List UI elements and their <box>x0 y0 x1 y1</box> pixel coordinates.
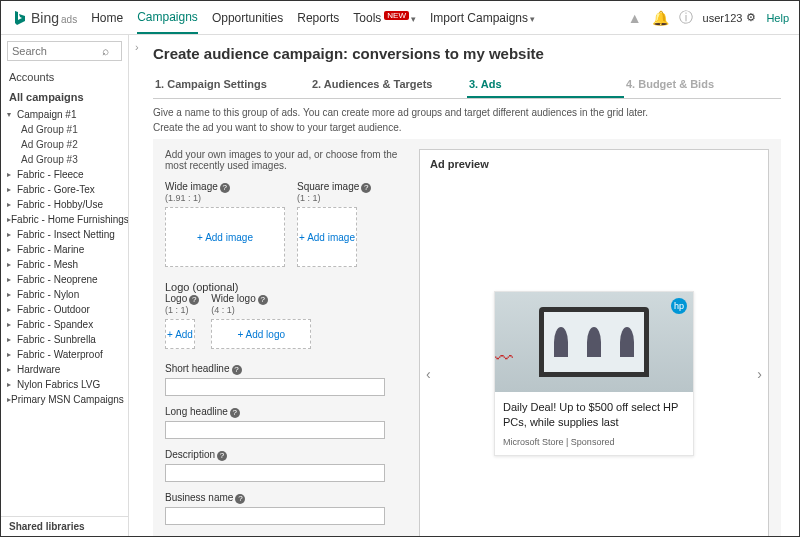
sidebar-item[interactable]: ▸Fabric - Fleece <box>1 167 128 182</box>
short-headline-input[interactable] <box>165 378 385 396</box>
wide-image-label: Wide image <box>165 181 218 192</box>
long-headline-input[interactable] <box>165 421 385 439</box>
search-input[interactable] <box>12 45 102 57</box>
info-icon[interactable]: ⓘ <box>679 9 693 27</box>
sidebar-item-label: Fabric - Nylon <box>17 289 79 300</box>
twisty-icon[interactable]: ▸ <box>7 365 17 374</box>
business-name-input[interactable] <box>165 507 385 525</box>
sidebar-item[interactable]: ▸Fabric - Waterproof <box>1 347 128 362</box>
wide-logo-section: Wide logo? (4 : 1) + Add logo <box>211 293 311 349</box>
shared-libraries[interactable]: Shared libraries <box>1 516 128 536</box>
sidebar-item-label: Fabric - Gore-Tex <box>17 184 95 195</box>
preview-prev-arrow[interactable]: ‹ <box>426 366 431 382</box>
user-menu[interactable]: user123⚙ <box>703 11 757 24</box>
help-icon[interactable]: ? <box>189 295 199 305</box>
twisty-icon[interactable]: ▸ <box>7 275 17 284</box>
help-icon[interactable]: ? <box>220 183 230 193</box>
sidebar-item[interactable]: ▸Fabric - Home Furnishings <box>1 212 128 227</box>
help-icon[interactable]: ? <box>217 451 227 461</box>
all-campaigns-label[interactable]: All campaigns <box>1 87 128 107</box>
twisty-icon[interactable]: ▸ <box>7 230 17 239</box>
logo-section-label: Logo (optional) <box>165 281 405 293</box>
twisty-icon[interactable]: ▸ <box>7 185 17 194</box>
help-icon[interactable]: ? <box>230 408 240 418</box>
square-image-ratio: (1 : 1) <box>297 193 371 203</box>
logo-ratio: (1 : 1) <box>165 305 199 315</box>
square-image-label: Square image <box>297 181 359 192</box>
sidebar-item[interactable]: ▾Campaign #1 <box>1 107 128 122</box>
search-icon[interactable]: ⌕ <box>102 44 109 58</box>
sidebar-item[interactable]: ▸Fabric - Neoprene <box>1 272 128 287</box>
logo-dropzone[interactable]: + Add <box>165 319 195 349</box>
ad-preview-byline: Microsoft Store | Sponsored <box>503 437 685 447</box>
step-budget-bids[interactable]: 4. Budget & Bids <box>624 72 781 98</box>
twisty-icon[interactable]: ▸ <box>7 200 17 209</box>
step-campaign-settings[interactable]: 1. Campaign Settings <box>153 72 310 98</box>
gear-icon: ⚙ <box>746 11 756 24</box>
help-icon[interactable]: ? <box>361 183 371 193</box>
twisty-icon[interactable]: ▸ <box>7 380 17 389</box>
nav-reports[interactable]: Reports <box>297 3 339 33</box>
sidebar-item[interactable]: ▸Fabric - Outdoor <box>1 302 128 317</box>
alert-icon[interactable]: ▲ <box>628 10 642 26</box>
sidebar-item[interactable]: ▸Nylon Fabrics LVG <box>1 377 128 392</box>
chevron-down-icon: ▾ <box>530 14 535 24</box>
twisty-icon[interactable]: ▸ <box>7 245 17 254</box>
nav-campaigns[interactable]: Campaigns <box>137 2 198 34</box>
preview-next-arrow[interactable]: › <box>757 366 762 382</box>
nav-tools[interactable]: ToolsNEW▾ <box>353 3 416 33</box>
twisty-icon[interactable]: ▸ <box>7 335 17 344</box>
sidebar-item[interactable]: ▸Fabric - Insect Netting <box>1 227 128 242</box>
sidebar-item-label: Campaign #1 <box>17 109 76 120</box>
nav-opportunities[interactable]: Opportunities <box>212 3 283 33</box>
help-link[interactable]: Help <box>766 12 789 24</box>
twisty-icon[interactable]: ▸ <box>7 260 17 269</box>
twisty-icon[interactable]: ▸ <box>7 170 17 179</box>
wide-logo-dropzone[interactable]: + Add logo <box>211 319 311 349</box>
sidebar-item[interactable]: ▸Hardware <box>1 362 128 377</box>
sidebar-item[interactable]: ▸Fabric - Mesh <box>1 257 128 272</box>
square-image-section: Square image? (1 : 1) + Add image <box>297 181 371 267</box>
step-audiences-targets[interactable]: 2. Audiences & Targets <box>310 72 467 98</box>
sidebar-item[interactable]: ▸Fabric - Gore-Tex <box>1 182 128 197</box>
sidebar-item-label: Fabric - Sunbrella <box>17 334 96 345</box>
description-input[interactable] <box>165 464 385 482</box>
sidebar-item-child[interactable]: Ad Group #2 <box>1 137 128 152</box>
twisty-icon[interactable]: ▸ <box>7 290 17 299</box>
sidebar-item[interactable]: ▸Fabric - Spandex <box>1 317 128 332</box>
sidebar-item-label: Nylon Fabrics LVG <box>17 379 100 390</box>
twisty-icon[interactable]: ▸ <box>7 320 17 329</box>
twisty-icon[interactable]: ▸ <box>7 305 17 314</box>
sidebar-item[interactable]: ▸Primary MSN Campaigns <box>1 392 128 407</box>
sidebar-item-child[interactable]: Ad Group #1 <box>1 122 128 137</box>
sidebar-item[interactable]: ▸Fabric - Sunbrella <box>1 332 128 347</box>
ad-preview-title: Ad preview <box>430 158 758 170</box>
sidebar-item[interactable]: ▸Fabric - Nylon <box>1 287 128 302</box>
top-nav: Bingads Home Campaigns Opportunities Rep… <box>1 1 799 35</box>
sidebar-item-child[interactable]: Ad Group #3 <box>1 152 128 167</box>
nav-import[interactable]: Import Campaigns▾ <box>430 3 535 33</box>
wide-image-dropzone[interactable]: + Add image <box>165 207 285 267</box>
expand-panel-icon[interactable]: › <box>135 41 139 53</box>
logo-label: Logo <box>165 293 187 304</box>
sidebar: ⌕ Accounts All campaigns ▾Campaign #1Ad … <box>1 35 129 536</box>
bell-icon[interactable]: 🔔 <box>652 10 669 26</box>
square-image-dropzone[interactable]: + Add image <box>297 207 357 267</box>
accounts-label[interactable]: Accounts <box>1 67 128 87</box>
sidebar-item-label: Fabric - Marine <box>17 244 84 255</box>
help-icon[interactable]: ? <box>258 295 268 305</box>
sidebar-item[interactable]: ▸Fabric - Marine <box>1 242 128 257</box>
help-icon[interactable]: ? <box>232 365 242 375</box>
twisty-icon[interactable]: ▾ <box>7 110 17 119</box>
business-name-label: Business name <box>165 492 233 503</box>
help-icon[interactable]: ? <box>235 494 245 504</box>
sidebar-item[interactable]: ▸Fabric - Hobby/Use <box>1 197 128 212</box>
twisty-icon[interactable]: ▸ <box>7 350 17 359</box>
final-url-label: Final URL <box>165 535 209 536</box>
step-ads[interactable]: 3. Ads <box>467 72 624 98</box>
top-right: ▲ 🔔 ⓘ user123⚙ Help <box>628 9 789 27</box>
sidebar-search[interactable]: ⌕ <box>7 41 122 61</box>
brand-logo[interactable]: Bingads <box>11 10 77 26</box>
short-headline-label: Short headline <box>165 363 230 374</box>
nav-home[interactable]: Home <box>91 3 123 33</box>
